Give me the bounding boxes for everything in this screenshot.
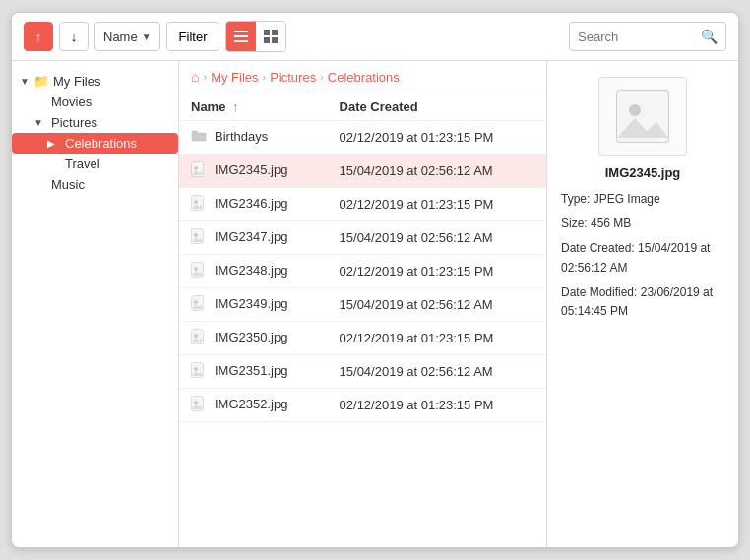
table-row[interactable]: IMG2350.jpg02/12/2019 at 01:23:15 PM	[179, 322, 546, 355]
file-date-cell: 02/12/2019 at 01:23:15 PM	[328, 188, 546, 221]
table-header-row: Name ↑ Date Created	[179, 93, 546, 121]
file-date-cell: 15/04/2019 at 02:56:12 AM	[328, 155, 546, 188]
image-file-icon	[191, 262, 207, 278]
sidebar-label-movies: Movies	[51, 94, 170, 109]
table-row[interactable]: IMG2349.jpg15/04/2019 at 02:56:12 AM	[179, 288, 546, 322]
sort-up-button[interactable]: ↑	[24, 22, 53, 51]
svg-rect-1	[234, 35, 248, 37]
folder-icon: 📁	[33, 74, 49, 89]
svg-rect-0	[234, 31, 248, 32]
file-date-cell: 15/04/2019 at 02:56:12 AM	[328, 221, 546, 255]
file-date-cell: 02/12/2019 at 01:23:15 PM	[328, 389, 546, 422]
sidebar-label-pictures: Pictures	[51, 115, 170, 130]
file-date-cell: 02/12/2019 at 01:23:15 PM	[328, 322, 546, 355]
file-name-cell: IMG2351.jpg	[179, 355, 328, 389]
file-name: IMG2351.jpg	[215, 363, 287, 378]
file-name: IMG2349.jpg	[215, 296, 287, 311]
table-row[interactable]: IMG2351.jpg15/04/2019 at 02:56:12 AM	[179, 355, 546, 389]
grid-icon	[264, 30, 278, 43]
file-name-cell: IMG2352.jpg	[179, 389, 328, 422]
col-date-header[interactable]: Date Created	[328, 93, 546, 121]
svg-point-13	[194, 200, 198, 204]
col-name-header[interactable]: Name ↑	[179, 93, 328, 121]
file-name-cell: IMG2349.jpg	[179, 288, 328, 322]
tree-arrow-myfiles: ▼	[20, 76, 33, 87]
search-input[interactable]	[578, 30, 697, 44]
detail-thumbnail	[598, 77, 687, 156]
table-row[interactable]: IMG2346.jpg02/12/2019 at 01:23:15 PM	[179, 188, 546, 221]
file-name: IMG2350.jpg	[215, 330, 287, 344]
breadcrumb-sep-3: ›	[320, 71, 324, 83]
sort-down-button[interactable]: ↓	[59, 22, 89, 51]
file-name-cell: IMG2346.jpg	[179, 188, 328, 221]
grid-view-button[interactable]	[256, 22, 285, 51]
sidebar-item-travel[interactable]: Travel	[12, 154, 178, 174]
filter-button[interactable]: Filter	[166, 22, 220, 51]
home-icon[interactable]: ⌂	[191, 69, 199, 85]
image-file-icon	[191, 228, 207, 244]
file-table: Name ↑ Date Created Birthdays02/12/2019 …	[179, 93, 546, 422]
image-file-icon	[191, 195, 207, 211]
svg-rect-4	[272, 30, 278, 35]
svg-rect-3	[264, 30, 270, 35]
search-box: 🔍	[569, 22, 726, 51]
table-row[interactable]: IMG2348.jpg02/12/2019 at 01:23:15 PM	[179, 255, 546, 288]
svg-rect-2	[234, 40, 248, 42]
breadcrumb-current: Celebrations	[328, 70, 400, 85]
tree-arrow-celebrations: ▶	[47, 138, 61, 149]
view-toggle	[225, 21, 286, 52]
svg-point-29	[194, 334, 198, 338]
sidebar-label-myfiles: My Files	[53, 74, 170, 89]
name-sort-dropdown[interactable]: Name ▼	[94, 22, 160, 51]
breadcrumb: ⌂ › My Files › Pictures › Celebrations	[179, 61, 546, 93]
file-name-cell: Birthdays	[179, 121, 328, 155]
file-name: IMG2345.jpg	[215, 162, 287, 177]
list-view-button[interactable]	[226, 22, 256, 51]
sidebar-item-movies[interactable]: Movies	[12, 92, 178, 112]
breadcrumb-myfiles[interactable]: My Files	[211, 70, 258, 85]
table-row[interactable]: IMG2347.jpg15/04/2019 at 02:56:12 AM	[179, 221, 546, 255]
detail-info: Type: JPEG Image Size: 456 MB Date Creat…	[561, 190, 724, 327]
svg-point-17	[194, 233, 198, 237]
file-name: IMG2352.jpg	[215, 397, 287, 411]
sidebar-item-myfiles[interactable]: ▼ 📁 My Files	[12, 71, 178, 92]
file-manager-window: ↑ ↓ Name ▼ Filter	[11, 12, 739, 548]
file-list: Name ↑ Date Created Birthdays02/12/2019 …	[179, 93, 546, 547]
breadcrumb-pictures[interactable]: Pictures	[270, 70, 316, 85]
folder-icon	[191, 128, 207, 144]
sidebar-label-travel: Travel	[65, 156, 170, 171]
chevron-down-icon: ▼	[142, 31, 152, 42]
detail-filename: IMG2345.jpg	[605, 165, 681, 180]
tree-arrow-pictures: ▼	[33, 117, 47, 128]
table-row[interactable]: Birthdays02/12/2019 at 01:23:15 PM	[179, 121, 546, 155]
sidebar-item-pictures[interactable]: ▼ Pictures	[12, 112, 178, 133]
detail-size: Size: 456 MB	[561, 215, 724, 233]
sidebar-label-music: Music	[51, 177, 170, 192]
file-name: IMG2348.jpg	[215, 263, 287, 278]
detail-type: Type: JPEG Image	[561, 190, 724, 209]
detail-date-created: Date Created: 15/04/2019 at 02:56:12 AM	[561, 239, 724, 277]
table-row[interactable]: IMG2352.jpg02/12/2019 at 01:23:15 PM	[179, 389, 546, 422]
file-content: ⌂ › My Files › Pictures › Celebrations N…	[179, 61, 546, 547]
detail-panel: IMG2345.jpg Type: JPEG Image Size: 456 M…	[546, 61, 738, 547]
sort-arrow-icon: ↑	[232, 99, 239, 114]
file-name-cell: IMG2345.jpg	[179, 155, 328, 188]
name-sort-label: Name	[103, 30, 138, 44]
file-name: Birthdays	[215, 129, 268, 144]
search-icon[interactable]: 🔍	[701, 29, 718, 44]
svg-point-9	[194, 166, 198, 170]
main-area: ▼ 📁 My Files Movies ▼ Pictures ▶ Celebra…	[12, 61, 738, 547]
svg-point-33	[194, 367, 198, 371]
toolbar: ↑ ↓ Name ▼ Filter	[12, 13, 738, 61]
sidebar-item-music[interactable]: Music	[12, 174, 178, 195]
file-date-cell: 02/12/2019 at 01:23:15 PM	[328, 255, 546, 288]
svg-point-21	[194, 267, 198, 271]
sidebar-item-celebrations[interactable]: ▶ Celebrations	[12, 133, 178, 154]
list-icon	[234, 30, 248, 43]
svg-rect-5	[264, 37, 270, 43]
file-date-cell: 15/04/2019 at 02:56:12 AM	[328, 288, 546, 322]
svg-point-25	[194, 300, 198, 304]
breadcrumb-sep-2: ›	[263, 71, 267, 83]
breadcrumb-sep-1: ›	[203, 71, 207, 83]
table-row[interactable]: IMG2345.jpg15/04/2019 at 02:56:12 AM	[179, 155, 546, 188]
